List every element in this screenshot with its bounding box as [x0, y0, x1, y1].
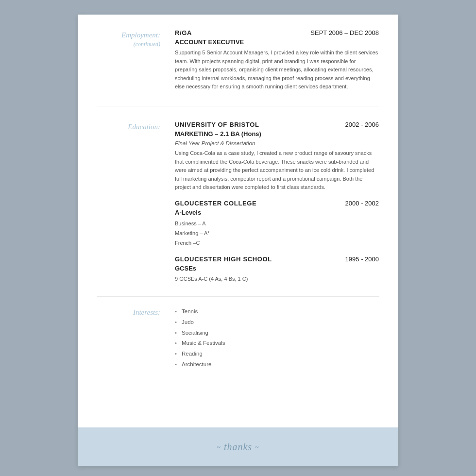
quote-close: ~ — [255, 444, 259, 451]
education-label: Education: — [97, 121, 175, 291]
interests-section: Interests: Tennis Judo Socialising Music… — [78, 297, 398, 375]
list-item: Socialising — [175, 328, 379, 339]
education-entry-header-1: GLOUCESTER COLLEGE 2000 - 2002 — [175, 200, 379, 207]
list-item: Music & Festivals — [175, 338, 379, 349]
education-body: UNIVERSITY OF BRISTOL 2002 - 2006 MARKET… — [175, 121, 379, 291]
list-item: French –C — [175, 238, 379, 248]
employment-section: Employment: (continued) R/GA SEPT 2006 –… — [78, 15, 398, 106]
employment-entry-header-0: R/GA SEPT 2006 – DEC 2008 — [175, 29, 379, 36]
quote-open: ~ — [217, 444, 221, 451]
page-content: Employment: (continued) R/GA SEPT 2006 –… — [78, 15, 398, 427]
interests-body: Tennis Judo Socialising Music & Festival… — [175, 306, 379, 370]
education-entry-header-0: UNIVERSITY OF BRISTOL 2002 - 2006 — [175, 121, 379, 128]
interests-label: Interests: — [97, 306, 175, 370]
list-item: Architecture — [175, 359, 379, 370]
education-entry-1: GLOUCESTER COLLEGE 2000 - 2002 A-Levels … — [175, 200, 379, 248]
resume-page: Employment: (continued) R/GA SEPT 2006 –… — [78, 15, 398, 466]
education-entry-0: UNIVERSITY OF BRISTOL 2002 - 2006 MARKET… — [175, 121, 379, 192]
education-entry-header-2: GLOUCESTER HIGH SCHOOL 1995 - 2000 — [175, 255, 379, 263]
footer-text: ~ thanks ~ — [217, 442, 259, 453]
list-item: Tennis — [175, 306, 379, 317]
employment-entry-0: R/GA SEPT 2006 – DEC 2008 ACCOUNT EXECUT… — [175, 29, 379, 91]
employment-body: R/GA SEPT 2006 – DEC 2008 ACCOUNT EXECUT… — [175, 29, 379, 101]
interests-list: Tennis Judo Socialising Music & Festival… — [175, 306, 379, 370]
education-entry-2: GLOUCESTER HIGH SCHOOL 1995 - 2000 GCSEs… — [175, 255, 379, 284]
alevels-list: Business – A Marketing – A* French –C — [175, 219, 379, 248]
list-item: Reading — [175, 349, 379, 359]
page-footer: ~ thanks ~ — [78, 427, 398, 466]
employment-label: Employment: (continued) — [97, 29, 175, 101]
list-item: Business – A — [175, 219, 379, 229]
list-item: Marketing – A* — [175, 229, 379, 238]
education-section: Education: UNIVERSITY OF BRISTOL 2002 - … — [78, 106, 398, 296]
list-item: Judo — [175, 317, 379, 328]
